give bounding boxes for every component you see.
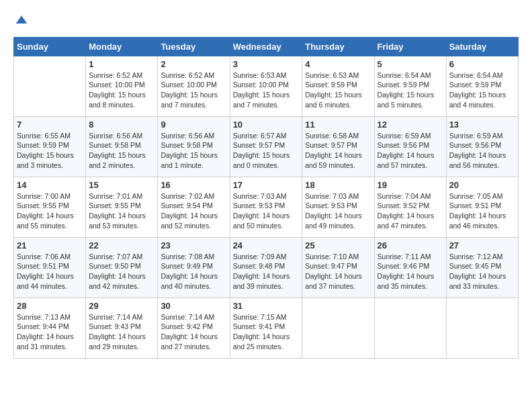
day-number: 27 (449, 240, 515, 250)
calendar-cell: 19Sunrise: 7:04 AMSunset: 9:52 PMDayligh… (374, 177, 446, 237)
day-info: Sunrise: 7:03 AMSunset: 9:53 PMDaylight:… (305, 191, 371, 231)
calendar-cell: 3Sunrise: 6:53 AMSunset: 10:00 PMDayligh… (230, 56, 302, 116)
weekday-header-thursday: Thursday (302, 37, 374, 56)
day-number: 16 (161, 180, 226, 190)
day-number: 22 (89, 240, 154, 250)
day-number: 24 (233, 240, 300, 250)
weekday-header-friday: Friday (374, 37, 446, 56)
calendar-week-row: 28Sunrise: 7:13 AMSunset: 9:44 PMDayligh… (14, 298, 519, 358)
day-number: 3 (233, 59, 300, 69)
day-number: 10 (233, 120, 300, 130)
day-info: Sunrise: 7:06 AMSunset: 9:51 PMDaylight:… (17, 252, 83, 291)
day-number: 6 (449, 59, 515, 69)
calendar-week-row: 7Sunrise: 6:55 AMSunset: 9:59 PMDaylight… (14, 116, 519, 177)
calendar-cell: 27Sunrise: 7:12 AMSunset: 9:45 PMDayligh… (446, 237, 518, 298)
calendar-cell (14, 56, 86, 116)
calendar-cell: 28Sunrise: 7:13 AMSunset: 9:44 PMDayligh… (14, 298, 86, 358)
weekday-header-wednesday: Wednesday (230, 37, 302, 56)
calendar-cell: 20Sunrise: 7:05 AMSunset: 9:51 PMDayligh… (446, 177, 518, 237)
day-info: Sunrise: 7:12 AMSunset: 9:45 PMDaylight:… (449, 252, 515, 291)
day-number: 17 (233, 180, 300, 190)
day-number: 20 (449, 180, 515, 190)
calendar-cell (302, 298, 374, 358)
day-info: Sunrise: 6:59 AMSunset: 9:56 PMDaylight:… (378, 131, 443, 171)
calendar-body: 1Sunrise: 6:52 AMSunset: 10:00 PMDayligh… (14, 56, 519, 358)
calendar-cell: 7Sunrise: 6:55 AMSunset: 9:59 PMDaylight… (14, 116, 86, 177)
calendar-cell: 12Sunrise: 6:59 AMSunset: 9:56 PMDayligh… (374, 116, 446, 177)
calendar-header: SundayMondayTuesdayWednesdayThursdayFrid… (14, 37, 519, 56)
day-info: Sunrise: 6:56 AMSunset: 9:58 PMDaylight:… (89, 131, 154, 171)
weekday-header-saturday: Saturday (446, 37, 518, 56)
calendar-cell: 31Sunrise: 7:15 AMSunset: 9:41 PMDayligh… (230, 298, 302, 358)
calendar-cell: 30Sunrise: 7:14 AMSunset: 9:42 PMDayligh… (158, 298, 230, 358)
day-number: 30 (161, 301, 226, 311)
day-info: Sunrise: 7:10 AMSunset: 9:47 PMDaylight:… (305, 252, 371, 291)
calendar-cell: 25Sunrise: 7:10 AMSunset: 9:47 PMDayligh… (302, 237, 374, 298)
day-number: 23 (161, 240, 226, 250)
weekday-header-monday: Monday (86, 37, 158, 56)
calendar-week-row: 1Sunrise: 6:52 AMSunset: 10:00 PMDayligh… (14, 56, 519, 116)
calendar-cell: 15Sunrise: 7:01 AMSunset: 9:55 PMDayligh… (86, 177, 158, 237)
logo-icon (15, 13, 28, 27)
day-info: Sunrise: 7:03 AMSunset: 9:53 PMDaylight:… (233, 191, 300, 231)
day-number: 5 (378, 59, 443, 69)
calendar-cell: 18Sunrise: 7:03 AMSunset: 9:53 PMDayligh… (302, 177, 374, 237)
day-number: 31 (233, 301, 300, 311)
calendar-cell: 21Sunrise: 7:06 AMSunset: 9:51 PMDayligh… (14, 237, 86, 298)
day-number: 12 (378, 120, 443, 130)
day-info: Sunrise: 6:56 AMSunset: 9:58 PMDaylight:… (161, 131, 226, 171)
calendar-week-row: 14Sunrise: 7:00 AMSunset: 9:55 PMDayligh… (14, 177, 519, 237)
day-number: 26 (378, 240, 443, 250)
day-info: Sunrise: 7:04 AMSunset: 9:52 PMDaylight:… (378, 191, 443, 231)
day-info: Sunrise: 7:11 AMSunset: 9:46 PMDaylight:… (378, 252, 443, 291)
day-info: Sunrise: 6:52 AMSunset: 10:00 PMDaylight… (89, 71, 154, 110)
day-info: Sunrise: 7:02 AMSunset: 9:54 PMDaylight:… (161, 191, 226, 231)
day-number: 13 (449, 120, 515, 130)
day-number: 1 (89, 59, 154, 69)
calendar-cell: 9Sunrise: 6:56 AMSunset: 9:58 PMDaylight… (158, 116, 230, 177)
day-info: Sunrise: 7:14 AMSunset: 9:43 PMDaylight:… (89, 312, 154, 352)
day-number: 18 (305, 180, 371, 190)
calendar-week-row: 21Sunrise: 7:06 AMSunset: 9:51 PMDayligh… (14, 237, 519, 298)
day-number: 29 (89, 301, 154, 311)
calendar-cell: 1Sunrise: 6:52 AMSunset: 10:00 PMDayligh… (86, 56, 158, 116)
day-number: 25 (305, 240, 371, 250)
day-info: Sunrise: 7:07 AMSunset: 9:50 PMDaylight:… (89, 252, 154, 291)
page-header (13, 13, 519, 30)
day-info: Sunrise: 6:57 AMSunset: 9:57 PMDaylight:… (233, 131, 300, 171)
day-info: Sunrise: 6:54 AMSunset: 9:59 PMDaylight:… (449, 71, 515, 110)
day-info: Sunrise: 7:13 AMSunset: 9:44 PMDaylight:… (17, 312, 83, 352)
day-number: 28 (17, 301, 83, 311)
calendar-cell: 2Sunrise: 6:52 AMSunset: 10:00 PMDayligh… (158, 56, 230, 116)
day-number: 19 (378, 180, 443, 190)
weekday-header-row: SundayMondayTuesdayWednesdayThursdayFrid… (14, 37, 519, 56)
day-info: Sunrise: 7:01 AMSunset: 9:55 PMDaylight:… (89, 191, 154, 231)
day-number: 8 (89, 120, 154, 130)
day-info: Sunrise: 7:14 AMSunset: 9:42 PMDaylight:… (161, 312, 226, 352)
day-number: 7 (17, 120, 83, 130)
day-info: Sunrise: 6:52 AMSunset: 10:00 PMDaylight… (161, 71, 226, 110)
day-info: Sunrise: 6:53 AMSunset: 10:00 PMDaylight… (233, 71, 300, 110)
calendar-cell: 8Sunrise: 6:56 AMSunset: 9:58 PMDaylight… (86, 116, 158, 177)
calendar-cell (374, 298, 446, 358)
svg-marker-0 (16, 15, 28, 24)
calendar-cell: 17Sunrise: 7:03 AMSunset: 9:53 PMDayligh… (230, 177, 302, 237)
calendar-cell: 22Sunrise: 7:07 AMSunset: 9:50 PMDayligh… (86, 237, 158, 298)
calendar-cell: 24Sunrise: 7:09 AMSunset: 9:48 PMDayligh… (230, 237, 302, 298)
calendar-cell: 10Sunrise: 6:57 AMSunset: 9:57 PMDayligh… (230, 116, 302, 177)
calendar-cell: 14Sunrise: 7:00 AMSunset: 9:55 PMDayligh… (14, 177, 86, 237)
day-number: 14 (17, 180, 83, 190)
calendar-cell: 11Sunrise: 6:58 AMSunset: 9:57 PMDayligh… (302, 116, 374, 177)
calendar-cell: 16Sunrise: 7:02 AMSunset: 9:54 PMDayligh… (158, 177, 230, 237)
weekday-header-sunday: Sunday (14, 37, 86, 56)
day-info: Sunrise: 7:09 AMSunset: 9:48 PMDaylight:… (233, 252, 300, 291)
day-info: Sunrise: 7:05 AMSunset: 9:51 PMDaylight:… (449, 191, 515, 231)
calendar-cell: 13Sunrise: 6:59 AMSunset: 9:56 PMDayligh… (446, 116, 518, 177)
day-info: Sunrise: 7:15 AMSunset: 9:41 PMDaylight:… (233, 312, 300, 352)
day-info: Sunrise: 7:08 AMSunset: 9:49 PMDaylight:… (161, 252, 226, 291)
calendar-cell: 5Sunrise: 6:54 AMSunset: 9:59 PMDaylight… (374, 56, 446, 116)
day-info: Sunrise: 6:54 AMSunset: 9:59 PMDaylight:… (378, 71, 443, 110)
day-info: Sunrise: 6:53 AMSunset: 9:59 PMDaylight:… (305, 71, 371, 110)
day-number: 21 (17, 240, 83, 250)
logo (13, 13, 28, 30)
